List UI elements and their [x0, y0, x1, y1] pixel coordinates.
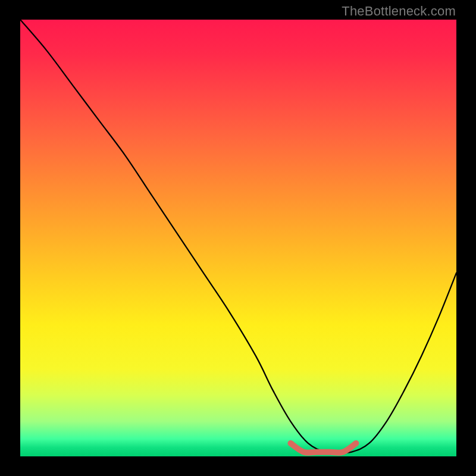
main-curve	[20, 20, 456, 453]
plot-area	[20, 20, 456, 456]
chart-svg	[20, 20, 456, 456]
valley-marker	[290, 443, 356, 453]
watermark-text: TheBottleneck.com	[342, 4, 456, 19]
chart-container: TheBottleneck.com	[0, 0, 476, 476]
